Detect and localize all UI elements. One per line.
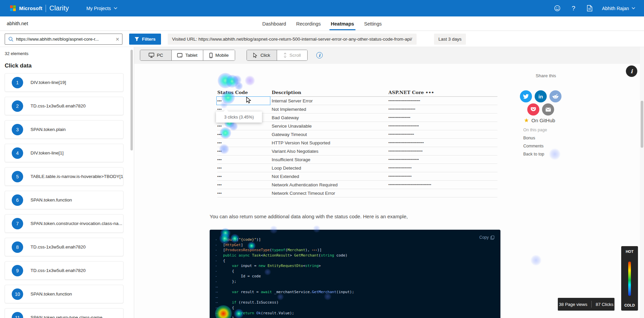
- device-mobile-button[interactable]: Mobile: [203, 50, 235, 60]
- article-paragraph: You can also return some additional data…: [210, 214, 512, 219]
- table-header-row: Status Code Description ASP.NET Core •••: [217, 88, 497, 97]
- table-row[interactable]: •••Gateway Timeout•••••••••••••••••••••: [217, 130, 497, 139]
- masked-status-code: •••: [217, 166, 272, 170]
- masked-line-number: ••: [214, 296, 223, 299]
- rank-badge: 4: [12, 147, 23, 159]
- masked-line-number: •: [214, 259, 223, 262]
- date-range-chip[interactable]: Last 3 days: [434, 34, 466, 45]
- table-row[interactable]: •••Loop Detected•••••••••••••••••••: [217, 164, 497, 172]
- element-selector-label: SPAN.token.constructor-invocation.class-…: [31, 221, 122, 226]
- twitter-share-icon[interactable]: [520, 90, 532, 102]
- element-list-item[interactable]: 4DIV.token-line[1]: [5, 144, 123, 162]
- masked-aspnet-value: •••••••••••••••••••••••••••••: [388, 141, 497, 144]
- mode-scroll-button[interactable]: Scroll: [277, 50, 307, 60]
- element-selector-label: TD.css-1x3w5u8.enah7820: [31, 103, 86, 108]
- element-list-item[interactable]: 9TD.css-1x3w5u8.enah7820: [5, 261, 123, 280]
- url-search-box[interactable]: ✕: [5, 34, 122, 45]
- status-description: Network Connect Timeout Error: [272, 191, 388, 196]
- user-account-menu[interactable]: Abhith Rajan: [602, 6, 635, 11]
- masked-aspnet-value: ••••••••••••••••••••••••••: [388, 99, 497, 102]
- table-row[interactable]: •••HTTP Version Not Supported•••••••••••…: [217, 139, 497, 147]
- visited-url-filter-chip[interactable]: Visited URL: https://www.abhith.net/blog…: [168, 34, 417, 45]
- url-search-input[interactable]: [16, 37, 113, 42]
- share-title: Share this: [536, 73, 556, 78]
- table-row[interactable]: •••Network Connect Timeout Error: [217, 189, 497, 197]
- col-description: Description: [272, 90, 388, 95]
- reddit-share-icon[interactable]: [549, 90, 561, 102]
- docs-icon[interactable]: [586, 5, 593, 12]
- toc-link[interactable]: Back to top: [523, 152, 547, 156]
- toc-link[interactable]: Bonus: [523, 136, 547, 140]
- main-tabs: Dashboard Recordings Heatmaps Settings: [262, 16, 382, 31]
- page-scrollbar[interactable]: [640, 47, 644, 318]
- table-row[interactable]: •••Variant Also Negotiates••••••••••••••…: [217, 147, 497, 155]
- toc-link[interactable]: On this page: [523, 128, 547, 132]
- mode-click-label: Click: [260, 53, 270, 58]
- filters-button[interactable]: Filters: [129, 34, 161, 45]
- email-share-icon[interactable]: [542, 103, 554, 116]
- table-row[interactable]: •••Insufficient Storage•••••••••••••••••…: [217, 155, 497, 164]
- share-icons-row-2: [527, 103, 554, 116]
- chevron-down-icon: [632, 7, 635, 9]
- table-row[interactable]: •••Service Unavailable••••••••••••••••••…: [217, 122, 497, 130]
- copy-code-button[interactable]: Copy: [479, 235, 494, 240]
- my-projects-menu[interactable]: My Projects: [86, 6, 117, 11]
- code-line: • {: [214, 269, 494, 274]
- tab-recordings[interactable]: Recordings: [296, 16, 321, 31]
- clear-search-icon[interactable]: ✕: [115, 37, 119, 42]
- masked-status-code: •••: [217, 183, 272, 187]
- element-list-item[interactable]: 5TABLE.table.is-narrow.is-hoverable>TBOD…: [5, 167, 123, 186]
- element-list-item[interactable]: 2TD.css-1x3w5u8.enah7820: [5, 97, 123, 115]
- sidebar-scrollbar[interactable]: [130, 50, 133, 150]
- overlay-info-button[interactable]: i: [626, 65, 637, 77]
- rank-badge: 9: [12, 265, 23, 276]
- element-list-item[interactable]: 7SPAN.token.constructor-invocation.class…: [5, 214, 123, 233]
- element-list-item[interactable]: 11SPAN.token.return-type.class-name...: [5, 308, 123, 318]
- on-github-link[interactable]: ★ On GitHub: [524, 117, 555, 124]
- stats-badge: 38 Page views 87 Clicks: [558, 298, 614, 311]
- copy-label: Copy: [479, 235, 489, 240]
- device-toggle-group: PC Tablet Mobile: [140, 50, 235, 61]
- rank-badge: 1: [12, 77, 23, 88]
- tab-heatmaps[interactable]: Heatmaps: [331, 16, 354, 31]
- search-icon: [8, 37, 13, 42]
- masked-status-code: •••: [217, 175, 272, 178]
- rank-badge: 8: [12, 241, 23, 253]
- share-icons-row-1: in: [520, 90, 561, 102]
- element-selector-label: TD.css-1x3w5u8.enah7820: [31, 244, 86, 249]
- element-list-item[interactable]: 8TD.css-1x3w5u8.enah7820: [5, 238, 123, 256]
- elements-count: 32 elements: [5, 51, 29, 56]
- element-list-item[interactable]: 1DIV.token-line[19]: [5, 73, 123, 92]
- table-row[interactable]: •••Network Authentication Required••••••…: [217, 181, 497, 189]
- pocket-share-icon[interactable]: [527, 103, 539, 116]
- status-description: Bad Gateway: [272, 115, 388, 120]
- rank-badge: 10: [12, 288, 23, 300]
- masked-status-code: •••: [217, 158, 272, 162]
- info-icon[interactable]: i: [316, 52, 323, 58]
- feedback-smiley-icon[interactable]: [554, 5, 561, 12]
- rank-badge: 2: [12, 100, 23, 112]
- code-line: • };: [214, 279, 494, 284]
- device-tablet-button[interactable]: Tablet: [172, 50, 203, 60]
- toc-link[interactable]: Comments: [523, 144, 547, 148]
- page-scrollbar-thumb[interactable]: [641, 101, 643, 148]
- status-description: Network Authentication Required: [272, 182, 388, 187]
- element-list-item[interactable]: 6SPAN.token.function: [5, 191, 123, 209]
- linkedin-share-icon[interactable]: in: [535, 90, 547, 102]
- element-list-item[interactable]: 10SPAN.token.function: [5, 285, 123, 303]
- mode-click-button[interactable]: Click: [247, 50, 277, 60]
- device-pc-button[interactable]: PC: [140, 50, 172, 60]
- masked-line-number: ••: [214, 285, 223, 288]
- tab-dashboard[interactable]: Dashboard: [262, 16, 286, 31]
- click-data-list: 1DIV.token-line[19]2TD.css-1x3w5u8.enah7…: [5, 73, 123, 318]
- element-list-item[interactable]: 3SPAN.token.plain: [5, 120, 123, 139]
- stats-divider: [591, 301, 592, 308]
- tab-settings[interactable]: Settings: [364, 16, 382, 31]
- help-icon[interactable]: ?: [570, 5, 577, 12]
- code-line: •• {: [214, 305, 494, 311]
- masked-line-number: •: [214, 248, 223, 252]
- table-row[interactable]: •••Not Extended•••••••••••••••••••: [217, 172, 497, 181]
- masked-line-number: •: [214, 238, 223, 241]
- masked-line-number: •: [214, 264, 223, 267]
- click-cursor-icon: [253, 53, 258, 58]
